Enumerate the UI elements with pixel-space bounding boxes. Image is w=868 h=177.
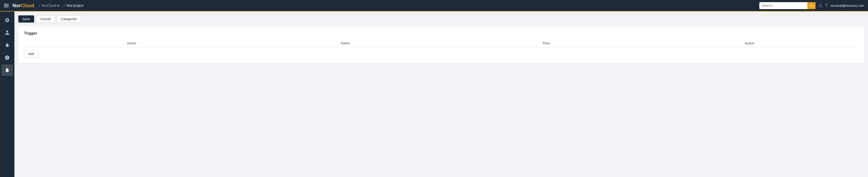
app-layout: Save Cancel Categories Trigger Active Na… (0, 11, 868, 177)
add-button[interactable]: Add (24, 50, 38, 58)
main-content: Save Cancel Categories Trigger Active Na… (14, 11, 868, 177)
gear-icon (5, 17, 10, 23)
col-header-action: Action (641, 39, 858, 47)
col-header-time: Time (452, 39, 641, 47)
sidebar-item-bell[interactable] (1, 64, 13, 76)
sidebar (0, 11, 14, 177)
sidebar-item-notifications[interactable] (1, 39, 13, 51)
categories-button[interactable]: Categories (57, 15, 81, 23)
help-icon[interactable]: ? (825, 3, 828, 8)
search-icon (810, 4, 813, 7)
breadcrumb-parent[interactable]: NorCloud te... (41, 4, 62, 7)
person-icon (5, 30, 10, 35)
col-header-active: Active (24, 39, 239, 47)
cancel-button[interactable]: Cancel (36, 15, 55, 23)
nav-icons: ⚠ ? (818, 3, 828, 8)
bell-active-icon (5, 68, 10, 73)
save-button[interactable]: Save (18, 15, 34, 23)
trigger-add-row: Add (24, 47, 858, 59)
back-button[interactable]: ‹ (38, 3, 40, 8)
alert-triangle-icon[interactable]: ⚠ (818, 3, 822, 8)
user-email: norcloud@norsonic.com (831, 4, 864, 7)
sidebar-item-settings[interactable] (1, 14, 13, 26)
trigger-card: Trigger Active Name Time Action Add (18, 27, 864, 63)
search-input[interactable] (759, 2, 807, 9)
trigger-table: Active Name Time Action Add (24, 39, 858, 58)
breadcrumb-separator: > (63, 4, 65, 7)
sidebar-item-alert[interactable] (1, 52, 13, 63)
search-button[interactable] (807, 2, 815, 9)
hamburger-menu[interactable] (4, 4, 9, 7)
trigger-table-header-row: Active Name Time Action (24, 39, 858, 47)
bell-icon (5, 42, 10, 48)
sidebar-item-user[interactable] (1, 27, 13, 38)
app-logo: NorCloud (12, 3, 34, 8)
trigger-card-title: Trigger (24, 31, 858, 36)
breadcrumb-current: Test project (66, 4, 84, 7)
toolbar: Save Cancel Categories (18, 15, 864, 23)
top-navigation: NorCloud ‹ NorCloud te... > Test project… (0, 0, 868, 11)
col-header-name: Name (239, 39, 451, 47)
exclamation-icon (5, 55, 10, 60)
search-bar (759, 2, 815, 9)
breadcrumb: NorCloud te... > Test project (41, 4, 84, 7)
